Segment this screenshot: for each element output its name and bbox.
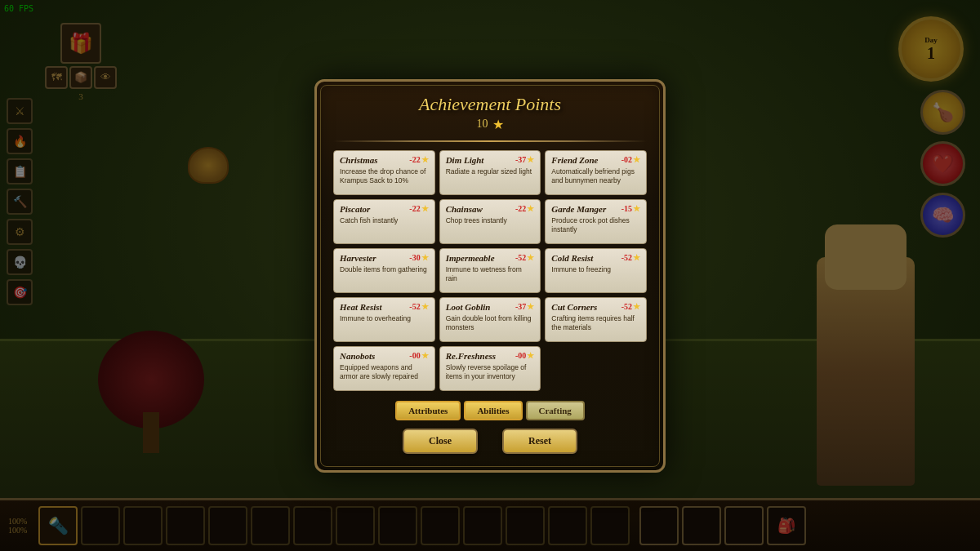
achievement-heat-resist[interactable]: Heat Resist -52★ Immune to overheating: [333, 297, 435, 342]
achievement-re-freshness[interactable]: Re.Freshness -00★ Slowly reverse spoilag…: [439, 346, 541, 391]
modal-overlay: Achievement Points 10 ★ Christmas -22★ I…: [0, 0, 980, 551]
achievement-loot-goblin[interactable]: Loot Goblin -37★ Gain double loot from k…: [439, 297, 541, 342]
achievement-cold-resist[interactable]: Cold Resist -52★ Immune to freezing: [545, 248, 647, 293]
achievement-cut-corners[interactable]: Cut Corners -52★ Crafting items requires…: [545, 297, 647, 342]
modal-divider: [333, 140, 647, 142]
achievement-harvester[interactable]: Harvester -30★ Double items from gatheri…: [333, 248, 435, 293]
achievement-garde-manger[interactable]: Garde Manger -15★ Produce crock pot dish…: [545, 199, 647, 244]
achievement-impermeable[interactable]: Impermeable -52★ Immune to wetness from …: [439, 248, 541, 293]
achievement-piscator[interactable]: Piscator -22★ Catch fish instantly: [333, 199, 435, 244]
points-star-icon: ★: [492, 117, 504, 132]
tab-attributes[interactable]: Attributes: [395, 401, 461, 420]
close-button[interactable]: Close: [403, 429, 478, 454]
achievement-chainsaw[interactable]: Chainsaw -22★ Chop trees instantly: [439, 199, 541, 244]
modal-points: 10 ★: [333, 117, 647, 132]
achievement-dim-light[interactable]: Dim Light -37★ Radiate a regular sized l…: [439, 150, 541, 195]
reset-button[interactable]: Reset: [502, 429, 577, 454]
modal-title: Achievement Points: [333, 94, 647, 115]
achievement-christmas[interactable]: Christmas -22★ Increase the drop chance …: [333, 150, 435, 195]
tab-abilities[interactable]: Abilities: [464, 401, 522, 420]
modal-tabs: Attributes Abilities Crafting: [333, 401, 647, 420]
empty-cell: [545, 346, 647, 391]
modal-actions: Close Reset: [333, 429, 647, 454]
tab-crafting[interactable]: Crafting: [526, 401, 585, 420]
achievements-grid: Christmas -22★ Increase the drop chance …: [333, 150, 647, 391]
achievement-nanobots[interactable]: Nanobots -00★ Equipped weapons and armor…: [333, 346, 435, 391]
achievement-modal: Achievement Points 10 ★ Christmas -22★ I…: [314, 79, 666, 473]
achievement-friend-zone[interactable]: Friend Zone -02★ Automatically befriend …: [545, 150, 647, 195]
